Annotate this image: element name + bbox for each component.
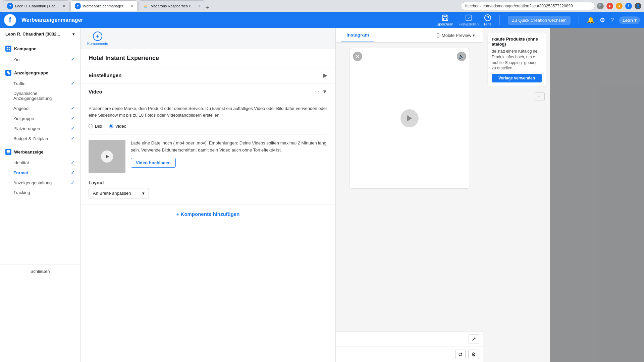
user-chevron-icon: ▾	[634, 18, 637, 23]
sidebar-item-identitaet[interactable]: Identität ✓	[0, 158, 80, 168]
radio-video-input[interactable]	[109, 124, 113, 128]
browser-tab-1[interactable]: f Leon R. Chaudhari | Facebook ×	[3, 0, 70, 11]
fb-favicon-2: f	[75, 3, 81, 9]
right-panel-body-text: de statt einem Katalog ne Produktinfos h…	[492, 49, 538, 70]
main-panel: + Komponente Hotel Instant Experience Ei…	[80, 28, 644, 362]
anzeigengestaltung-check-icon: ✓	[71, 180, 75, 185]
radio-bild-input[interactable]	[89, 124, 93, 128]
sidebar-item-ziel[interactable]: Ziel ✓	[0, 54, 80, 64]
sidebar-item-platzierungen[interactable]: Platzierungen ✓	[0, 123, 80, 133]
einstellungen-header[interactable]: Einstellungen ▶	[80, 67, 335, 83]
video-collapse-icon: ▼	[322, 89, 327, 95]
komponente-label: Komponente	[87, 42, 108, 46]
user-menu[interactable]: Leon ▾	[619, 16, 640, 24]
account-chevron-icon: ▾	[72, 32, 75, 37]
address-bar[interactable]: facebook.com/adsmanager/creation?act=303…	[461, 2, 595, 10]
sidebar-item-dynamische[interactable]: Dynamische Anzeigengestaltung	[0, 88, 80, 103]
save-nav-item[interactable]: Speichern	[437, 14, 453, 26]
einstellungen-section: Einstellungen ▶	[80, 67, 335, 83]
upload-video-button[interactable]: Video hochladen	[131, 158, 176, 168]
angebot-check-icon: ✓	[71, 106, 75, 111]
settings-icon[interactable]: ⚙	[600, 16, 605, 24]
anzeigengruppe-icon	[5, 70, 11, 76]
video-body: Präsentiere deine Marke, dein Produkt od…	[80, 100, 335, 204]
thumbnail-play-icon	[101, 150, 113, 163]
media-type-radio-group: Bild Video	[89, 124, 327, 129]
sidebar-item-tracking[interactable]: Tracking	[0, 188, 80, 197]
right-panel-text: de statt einem Katalog ne Produktinfos h…	[492, 49, 542, 71]
werbeanzeige-icon	[5, 149, 11, 155]
radio-video[interactable]: Video	[109, 124, 126, 129]
preview-volume-icon[interactable]: 🔊	[457, 52, 466, 61]
user-name: Leon	[623, 18, 633, 23]
settings-preview-button[interactable]: ⚙	[468, 350, 479, 359]
upload-description: Lade eine Datei hoch (.mp4 oder .mov). E…	[131, 140, 327, 154]
preview-controls: Mobile Preview ▾	[433, 32, 478, 39]
sidebar-item-angebot[interactable]: Angebot ✓	[0, 103, 80, 113]
werbeanzeige-label: Werbeanzeige	[14, 149, 43, 155]
radio-video-label: Video	[115, 124, 126, 129]
close-button[interactable]: Schließen	[0, 264, 80, 278]
dynamische-label: Dynamische Anzeigengestaltung	[13, 91, 75, 101]
svg-point-9	[8, 72, 10, 74]
video-thumbnail	[89, 140, 125, 173]
use-template-button[interactable]: Vorlage verwenden	[492, 74, 542, 82]
browser-tab-3[interactable]: 🧁 Macarons Raspberries Pastri... ×	[138, 0, 205, 11]
browser-tabs: f Leon R. Chaudhari | Facebook × f Werbe…	[3, 0, 459, 11]
preview-header: Instagram Mobile Preview ▾	[336, 28, 483, 43]
zielgruppe-label: Zielgruppe	[13, 116, 34, 121]
svg-rect-5	[9, 47, 10, 49]
tab-favicon-3: 🧁	[143, 3, 149, 9]
right-panel-title: rkaufe Produkte (ohne atalog)	[492, 37, 542, 47]
komponente-button[interactable]: + Komponente	[87, 32, 108, 46]
sidebar-item-anzeigengestaltung[interactable]: Anzeigengestaltung ✓	[0, 178, 80, 188]
browser-extension-icon-2: ●	[606, 3, 613, 9]
svg-marker-12	[106, 155, 109, 159]
kampagne-header[interactable]: Kampagne	[0, 43, 80, 54]
format-check-icon: ✓	[71, 170, 75, 175]
video-header[interactable]: Video ··· ▼	[80, 83, 335, 100]
new-tab-button[interactable]: +	[206, 4, 210, 11]
identitaet-check-icon: ✓	[71, 160, 75, 165]
sidebar-item-format[interactable]: Format ✓	[0, 168, 80, 178]
einstellungen-expand-icon: ▶	[323, 72, 327, 78]
browser-extension-icon: 🔍	[597, 3, 604, 9]
mobile-preview-button[interactable]: Mobile Preview ▾	[433, 32, 478, 39]
help-nav-item[interactable]: Hilfe	[484, 14, 491, 26]
sidebar-item-budget[interactable]: Budget & Zeitplan ✓	[0, 133, 80, 143]
publish-nav-item[interactable]: Fertigstellen	[459, 14, 479, 26]
add-component-button[interactable]: + Komponente hinzufügen	[80, 204, 335, 224]
notification-icon[interactable]: 🔔	[587, 16, 594, 24]
help-label: Hilfe	[484, 22, 491, 26]
preview-close-icon[interactable]: ✕	[353, 52, 362, 61]
sidebar-item-traffic[interactable]: Traffic ✓	[0, 78, 80, 88]
fb-favicon: f	[7, 3, 13, 9]
preview-instagram-tab[interactable]: Instagram	[341, 28, 374, 42]
help-circle-icon[interactable]: ?	[610, 17, 614, 24]
video-title: Video	[89, 89, 314, 95]
layout-select[interactable]: An Breite anpassen ▾	[89, 188, 149, 198]
traffic-label: Traffic	[13, 81, 25, 86]
refresh-button[interactable]: ↺	[455, 350, 466, 359]
browser-tab-2[interactable]: f Werbeanzeigenmanager - Cr... ×	[70, 0, 138, 11]
tab-close-3[interactable]: ×	[198, 3, 201, 9]
anzeigengruppe-header[interactable]: Anzeigengruppe	[0, 67, 80, 78]
browser-profile-icon: 👤	[635, 3, 641, 9]
right-panel-dots-button[interactable]: ···	[535, 92, 545, 101]
tab-label-2: Werbeanzeigenmanager - Cr...	[83, 4, 128, 8]
preview-content: ✕ 🔊	[336, 43, 483, 331]
sidebar-item-zielgruppe[interactable]: Zielgruppe ✓	[0, 113, 80, 123]
preview-chevron-icon: ▾	[473, 33, 475, 38]
video-more-icon[interactable]: ···	[314, 88, 319, 95]
tab-close-1[interactable]: ×	[63, 3, 65, 9]
mobile-preview-label: Mobile Preview	[442, 33, 471, 38]
upload-info: Lade eine Datei hoch (.mp4 oder .mov). E…	[131, 140, 327, 173]
svg-rect-6	[7, 49, 8, 51]
tab-close-2[interactable]: ×	[130, 3, 133, 9]
external-link-button[interactable]: ↗	[469, 334, 479, 344]
switch-creation-button[interactable]: Zu Quick Creation wechseln	[508, 16, 571, 25]
werbeanzeige-header[interactable]: Werbeanzeige	[0, 146, 80, 158]
radio-bild[interactable]: Bild	[89, 124, 102, 129]
account-selector[interactable]: Leon R. Chaudhari (3032... ▾	[0, 28, 80, 40]
save-label: Speichern	[437, 22, 453, 26]
